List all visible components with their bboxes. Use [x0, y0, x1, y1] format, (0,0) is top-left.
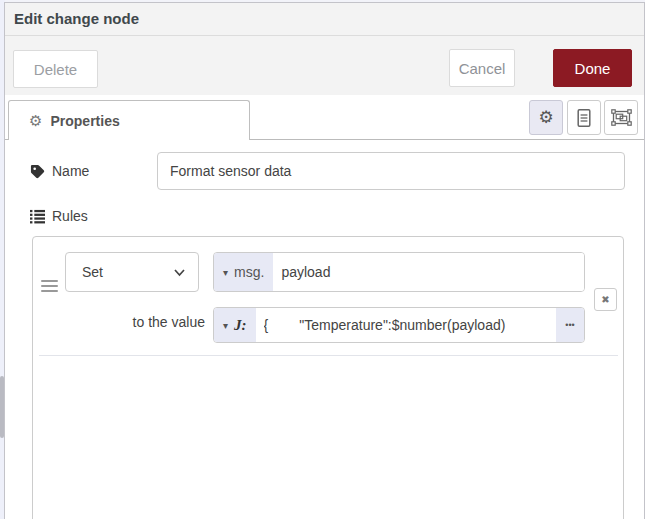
to-the-value-label: to the value: [93, 314, 205, 330]
delete-rule-button[interactable]: ✖: [594, 288, 617, 311]
rule-drag-handle[interactable]: [41, 280, 58, 293]
value-type-button[interactable]: ▾ J:: [214, 308, 256, 342]
dialog-title: Edit change node: [14, 3, 139, 35]
ellipsis-icon: •••: [565, 320, 574, 330]
description-tab-button[interactable]: [567, 100, 601, 135]
object-group-icon: [611, 109, 632, 126]
edit-tray: Edit change node Delete Cancel Done ⚙ Pr…: [4, 2, 645, 519]
caret-down-icon: ▾: [223, 320, 228, 331]
tray-toolbar: Delete Cancel Done: [5, 36, 644, 96]
tab-properties[interactable]: ⚙ Properties: [8, 100, 250, 140]
cancel-button[interactable]: Cancel: [449, 49, 515, 87]
rule-action-value: Set: [82, 264, 173, 280]
name-label-row: Name: [30, 152, 89, 190]
tab-properties-label: Properties: [50, 113, 119, 129]
properties-tab-button[interactable]: ⚙: [529, 100, 563, 135]
jsonata-expression-icon: J:: [234, 317, 247, 334]
rule-divider: [39, 355, 618, 356]
property-input[interactable]: [273, 253, 584, 291]
editor-dialog: Edit change node Delete Cancel Done ⚙ Pr…: [0, 0, 651, 519]
document-icon: [576, 108, 592, 128]
rules-label-row: Rules: [30, 205, 88, 227]
name-label: Name: [52, 163, 89, 179]
value-expression-input[interactable]: [256, 308, 556, 342]
done-button[interactable]: Done: [553, 49, 632, 87]
gear-icon: ⚙: [538, 109, 553, 126]
property-type-button[interactable]: ▾ msg.: [214, 253, 273, 291]
close-icon: ✖: [601, 294, 609, 305]
rules-label: Rules: [52, 208, 88, 224]
list-icon: [30, 209, 45, 224]
delete-button[interactable]: Delete: [13, 50, 98, 88]
rule-property-typedinput: ▾ msg.: [213, 252, 585, 292]
appearance-tab-button[interactable]: [604, 100, 638, 135]
rule-action-select[interactable]: Set: [65, 252, 199, 292]
chevron-down-icon: [173, 266, 186, 279]
page-background-right: [645, 0, 651, 519]
gear-icon: ⚙: [29, 112, 42, 130]
expand-expression-button[interactable]: •••: [556, 308, 584, 342]
caret-down-icon: ▾: [223, 267, 228, 278]
tab-bar: ⚙ Properties ⚙: [5, 95, 644, 140]
name-input[interactable]: [157, 152, 625, 190]
tag-icon: [30, 164, 45, 179]
tray-header: Edit change node: [5, 3, 644, 36]
rule-value-typedinput: ▾ J: •••: [213, 307, 585, 343]
property-type-label: msg.: [234, 264, 264, 280]
rules-list: Set ▾ msg. to the value ▾ J:: [32, 236, 624, 519]
